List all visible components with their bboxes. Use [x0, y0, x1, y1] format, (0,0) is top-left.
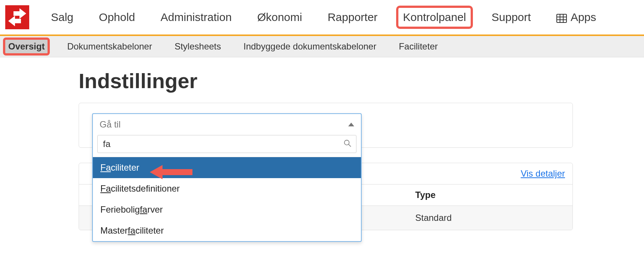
- combobox-options: Faciliteter Facilitetsdefinitioner Ferie…: [93, 157, 361, 230]
- combobox-placeholder: Gå til: [100, 119, 121, 130]
- combobox-header[interactable]: Gå til: [93, 114, 361, 135]
- option-text-match: fa: [140, 204, 147, 214]
- column-header-type: Type: [415, 190, 435, 200]
- combobox-option-ferieboligfarver[interactable]: Ferieboligfarver: [93, 199, 361, 220]
- option-text-match: Fa: [100, 183, 111, 194]
- option-text-pre: Master: [100, 225, 128, 230]
- option-text-post: ciliteter: [135, 225, 164, 230]
- chevron-up-icon: [348, 123, 354, 126]
- nav-okonomi[interactable]: Økonomi: [253, 9, 306, 26]
- search-icon: [343, 139, 352, 149]
- svg-rect-0: [5, 5, 29, 29]
- combobox-search[interactable]: [97, 135, 356, 153]
- nav-rapporter[interactable]: Rapporter: [324, 9, 381, 26]
- nav-salg[interactable]: Salg: [47, 9, 77, 26]
- app-logo: [5, 5, 29, 29]
- svg-line-7: [349, 144, 351, 147]
- option-text-post: rver: [147, 204, 162, 214]
- subnav-stylesheets[interactable]: Stylesheets: [171, 40, 224, 53]
- subnav-dokumentskabeloner[interactable]: Dokumentskabeloner: [64, 40, 155, 53]
- nav-apps[interactable]: Apps: [553, 9, 600, 26]
- top-nav: Salg Ophold Administration Økonomi Rappo…: [0, 0, 644, 36]
- combobox-search-input[interactable]: [102, 138, 343, 150]
- option-text-match: Fa: [100, 162, 111, 172]
- option-text-match: fa: [128, 225, 135, 230]
- grid-icon: [556, 13, 567, 22]
- sub-nav: Oversigt Dokumentskabeloner Stylesheets …: [0, 36, 644, 57]
- go-to-combobox[interactable]: Gå til Faciliteter Facilitetsdefinitione…: [92, 113, 362, 230]
- combobox-option-facilitetsdefinitioner[interactable]: Facilitetsdefinitioner: [93, 178, 361, 199]
- nav-administration[interactable]: Administration: [157, 9, 236, 26]
- nav-support[interactable]: Support: [488, 9, 535, 26]
- page-title: Indstillinger: [79, 69, 644, 93]
- nav-ophold[interactable]: Ophold: [95, 9, 139, 26]
- combobox-option-faciliteter[interactable]: Faciliteter: [93, 157, 361, 178]
- subnav-faciliteter[interactable]: Faciliteter: [396, 40, 441, 53]
- vis-detaljer-link[interactable]: Vis detaljer: [521, 168, 565, 179]
- svg-rect-1: [557, 14, 566, 22]
- subnav-oversigt[interactable]: Oversigt: [5, 40, 48, 53]
- cell-type: Standard: [415, 213, 452, 223]
- svg-point-6: [344, 140, 349, 145]
- option-text-post: ciliteter: [111, 162, 139, 172]
- combobox-option-masterfaciliteter[interactable]: Masterfaciliteter: [93, 220, 361, 230]
- option-text-post: cilitetsdefinitioner: [111, 183, 180, 194]
- nav-apps-label: Apps: [571, 11, 596, 24]
- option-text-pre: Feriebolig: [100, 204, 140, 214]
- nav-kontrolpanel[interactable]: Kontrolpanel: [399, 9, 470, 26]
- subnav-indbyggede-dokumentskabeloner[interactable]: Indbyggede dokumentskabeloner: [240, 40, 379, 53]
